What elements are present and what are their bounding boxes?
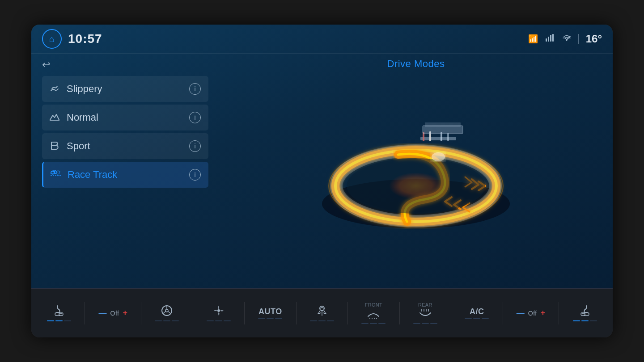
svg-rect-20 — [447, 133, 449, 141]
sport-info-button[interactable]: i — [189, 140, 201, 152]
indicator-dot — [581, 320, 589, 321]
fan-speed-control — [207, 305, 231, 321]
separator — [399, 302, 400, 324]
divider — [578, 34, 579, 44]
content-area: ↩ Slippery i — [31, 54, 613, 288]
track-visualization — [309, 79, 523, 248]
info-icon: i — [194, 85, 195, 93]
steering-heat-icon[interactable] — [161, 305, 173, 319]
temp-right-minus-button[interactable]: — — [517, 308, 525, 318]
separator — [347, 302, 348, 324]
front-defroster-indicators — [361, 323, 386, 324]
indicator-dot — [318, 320, 326, 321]
temp-right-control: — Off + — [517, 308, 545, 318]
separator — [503, 302, 503, 324]
svg-point-31 — [217, 309, 220, 312]
fan-icon[interactable] — [213, 305, 225, 319]
separator — [193, 302, 193, 324]
indicator-dot — [413, 323, 420, 324]
indicator-dot — [422, 323, 429, 324]
svg-line-30 — [168, 311, 171, 314]
signal-icon: 📶 — [528, 34, 538, 44]
main-screen: ⌂ 10:57 📶 — [31, 25, 613, 337]
indicator-dot — [55, 320, 63, 321]
auto-control: AUTO — [258, 307, 282, 319]
info-icon: i — [194, 171, 195, 178]
indicator-dot — [430, 323, 437, 324]
heat-left-plus-button[interactable]: + — [123, 308, 128, 318]
separator — [85, 302, 85, 324]
normal-icon — [50, 114, 60, 121]
indicator-dot — [590, 320, 597, 321]
wifi-icon — [545, 34, 555, 44]
right-visualization-panel: Drive Modes — [219, 54, 613, 288]
ac-indicators — [465, 318, 489, 319]
normal-label: Normal — [67, 112, 185, 123]
normal-info-button[interactable]: i — [189, 112, 201, 123]
seat-heat-right-control — [573, 305, 597, 321]
temp-right-off-label: Off — [528, 310, 537, 317]
wifi-icon2 — [562, 34, 571, 44]
rear-defroster-icon[interactable] — [419, 309, 432, 321]
svg-rect-2 — [550, 35, 551, 42]
temperature-display: 16° — [586, 33, 602, 45]
ac-label[interactable]: A/C — [470, 307, 484, 316]
race-track-info-button[interactable]: i — [189, 169, 201, 181]
indicator-dot — [215, 320, 222, 321]
svg-rect-16 — [420, 137, 456, 140]
svg-rect-1 — [548, 37, 549, 42]
indicator-dot — [573, 320, 580, 321]
indicator-dot — [327, 320, 334, 321]
seat-heat-right-icon[interactable] — [580, 305, 590, 319]
screen-content: ⌂ 10:57 📶 — [31, 25, 613, 288]
indicator-dot — [473, 318, 480, 319]
back-button[interactable]: ↩ — [42, 59, 50, 71]
rear-defroster-control: REAR — [413, 302, 437, 324]
svg-rect-3 — [552, 34, 554, 42]
info-icon: i — [194, 143, 195, 150]
slippery-info-button[interactable]: i — [189, 83, 201, 95]
svg-point-23 — [389, 173, 443, 199]
back-arrow-icon: ↩ — [42, 59, 50, 70]
separator — [451, 302, 451, 324]
time-display: 10:57 — [68, 32, 102, 46]
indicator-dot — [258, 318, 265, 319]
status-bar: 📶 — [528, 33, 602, 45]
front-defroster-icon[interactable] — [367, 309, 380, 321]
track-svg — [309, 79, 523, 248]
indicator-dot — [482, 318, 489, 319]
mode-normal[interactable]: Normal i — [42, 105, 208, 130]
ac-control: A/C — [465, 307, 489, 319]
indicator-dot — [172, 320, 179, 321]
seat-heat-left-icon[interactable] — [54, 305, 64, 319]
top-bar: ⌂ 10:57 📶 — [31, 25, 613, 54]
seat-heat-right-indicators — [573, 320, 597, 321]
page-title: Drive Modes — [387, 58, 445, 70]
air-direction-icon[interactable] — [316, 305, 328, 319]
mode-race-track[interactable]: Race Track i — [42, 162, 208, 188]
svg-point-24 — [432, 152, 445, 161]
svg-point-4 — [566, 39, 567, 41]
race-track-icon — [51, 170, 61, 179]
separator — [141, 302, 141, 324]
heat-left-off-label: Off — [110, 310, 119, 317]
auto-label[interactable]: AUTO — [258, 307, 282, 316]
indicator-dot — [224, 320, 231, 321]
mode-slippery[interactable]: Slippery i — [42, 76, 208, 102]
temp-right-plus-button[interactable]: + — [541, 308, 546, 318]
slippery-icon — [50, 84, 60, 94]
svg-rect-22 — [425, 122, 461, 127]
svg-point-27 — [165, 309, 168, 312]
mode-sport[interactable]: Sport i — [42, 133, 208, 159]
seat-heat-left-indicators — [47, 320, 71, 321]
heat-left-minus-button[interactable]: — — [99, 308, 107, 318]
auto-indicators — [258, 318, 282, 319]
home-button[interactable]: ⌂ — [42, 29, 62, 49]
air-direction-indicators — [310, 320, 334, 321]
svg-line-29 — [163, 311, 165, 314]
rear-label: REAR — [418, 302, 432, 307]
indicator-dot — [310, 320, 317, 321]
steering-heat-control — [155, 305, 179, 321]
heat-left-control: — Off + — [99, 308, 127, 318]
separator — [244, 302, 245, 324]
